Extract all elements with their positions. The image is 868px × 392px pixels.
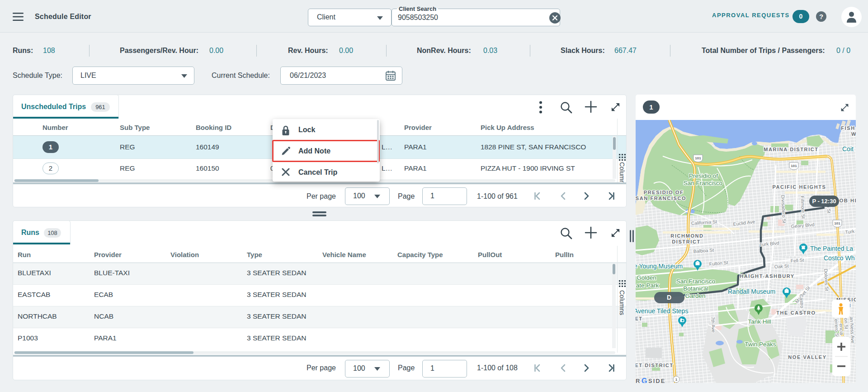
svg-text:Avenue Tiled Steps: Avenue Tiled Steps bbox=[636, 307, 688, 315]
svg-text:San Francisco: San Francisco bbox=[676, 278, 715, 285]
svg-text:RICHMOND: RICHMOND bbox=[670, 233, 703, 239]
svg-text:ate Park: ate Park bbox=[636, 282, 659, 289]
svg-text:e Young Museum: e Young Museum bbox=[636, 263, 683, 270]
svg-text:101: 101 bbox=[791, 164, 797, 168]
svg-text:PACIFIC HEIGHTS: PACIFIC HEIGHTS bbox=[772, 184, 826, 190]
svg-text:San Francisco: San Francisco bbox=[684, 180, 722, 186]
svg-text:PRESIDIO OF: PRESIDIO OF bbox=[644, 190, 684, 195]
svg-text:SAN FRANCISCO: SAN FRANCISCO bbox=[636, 196, 686, 201]
svg-text:MARINA DISTRICT: MARINA DISTRICT bbox=[764, 147, 818, 152]
svg-text:G: G bbox=[642, 377, 647, 383]
svg-text:FISH: FISH bbox=[841, 125, 855, 131]
svg-text:101: 101 bbox=[695, 156, 701, 160]
svg-text:HAIGHT-ASHBURY: HAIGHT-ASHBURY bbox=[740, 273, 795, 279]
svg-text:7th Ave: 7th Ave bbox=[710, 316, 717, 333]
svg-text:Randall Museum: Randall Museum bbox=[728, 288, 775, 295]
svg-text:Costco Wh: Costco Wh bbox=[824, 254, 854, 262]
svg-text:R: R bbox=[636, 378, 641, 383]
svg-text:101: 101 bbox=[834, 221, 840, 225]
svg-text:ET: ET bbox=[636, 316, 643, 321]
svg-text:1: 1 bbox=[675, 378, 678, 382]
svg-text:D: D bbox=[667, 294, 671, 301]
svg-text:ET DISTRICT: ET DISTRICT bbox=[636, 363, 674, 368]
svg-text:Tank Hill: Tank Hill bbox=[748, 318, 771, 325]
svg-text:The Painted La: The Painted La bbox=[810, 245, 853, 252]
svg-text:Dolores St: Dolores St bbox=[823, 268, 830, 291]
svg-text:DISTRICT: DISTRICT bbox=[672, 239, 701, 244]
svg-text:Garden: Garden bbox=[685, 292, 705, 299]
svg-text:NOE VALLEY: NOE VALLEY bbox=[788, 354, 826, 360]
svg-text:THE CASTRO: THE CASTRO bbox=[776, 310, 816, 316]
svg-text:Twin Peaks: Twin Peaks bbox=[745, 341, 776, 348]
svg-text:OB HI: OB HI bbox=[840, 198, 856, 203]
svg-text:P - 12:30: P - 12:30 bbox=[812, 198, 836, 205]
svg-text:Fell St: Fell St bbox=[790, 257, 804, 263]
svg-text:SIDE: SIDE bbox=[648, 378, 665, 383]
svg-text:Coit: Coit bbox=[842, 145, 854, 153]
svg-text:Golden: Golden bbox=[637, 274, 656, 281]
svg-text:Oak St: Oak St bbox=[774, 263, 789, 269]
svg-text:Botanical: Botanical bbox=[683, 285, 708, 292]
svg-text:W: W bbox=[851, 131, 856, 137]
svg-text:Presidio of: Presidio of bbox=[689, 172, 718, 179]
